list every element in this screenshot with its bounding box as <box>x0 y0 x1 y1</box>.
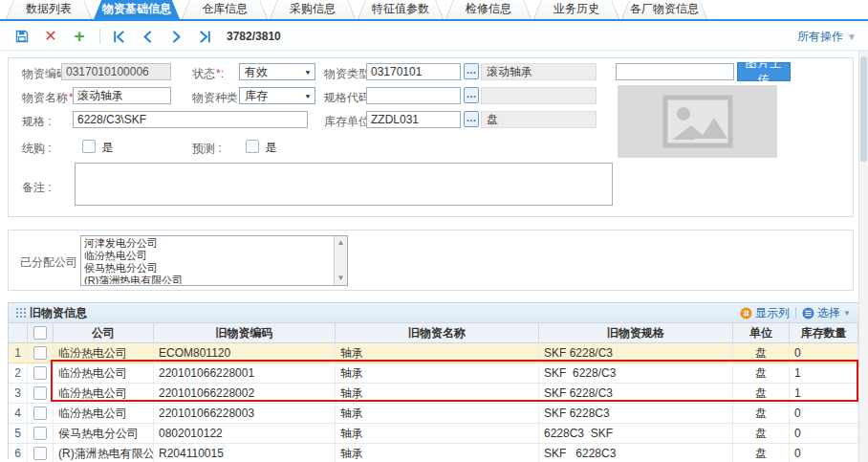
cell-company: 临汾热电公司 <box>54 343 154 363</box>
tab-6[interactable]: 业务历史 <box>533 0 619 19</box>
material-name-input[interactable] <box>73 87 171 104</box>
status-select[interactable]: 有效▼ <box>239 63 315 80</box>
chevron-down-icon: ▼ <box>304 92 312 99</box>
image-icon <box>662 95 733 148</box>
old-material-section: 旧物资信息 显示列 选择 ▼ 公司 旧物资编码 旧物资名称 旧物资规格 单位 库… <box>8 302 859 459</box>
cell-company: 临汾热电公司 <box>54 384 154 403</box>
table-row[interactable]: 4 临汾热电公司 220101066228003 轴承 SKF 6228C3 盘… <box>9 404 858 424</box>
table-row[interactable]: 1 临汾热电公司 ECOM801120 轴承 SKF 6228/C3 盘 0 <box>9 343 858 363</box>
row-number: 2 <box>9 363 28 383</box>
spec-input[interactable] <box>73 111 308 128</box>
image-placeholder <box>618 85 777 158</box>
assigned-companies-list[interactable]: 河津发电分公司 临汾热电公司 侯马热电分公司 (R)蒲洲热电有限公司 ▲ ▼ <box>80 235 348 286</box>
chevron-down-icon: ▼ <box>304 68 312 75</box>
scroll-down-icon[interactable]: ▼ <box>335 274 347 283</box>
row-checkbox[interactable] <box>33 366 47 380</box>
cell-old-code: 220101066228002 <box>154 384 336 403</box>
table-row[interactable]: 6 (R)蒲洲热电有限公司 R204110015 轴承 SKF 6228C3 盘… <box>9 444 858 462</box>
row-number: 1 <box>9 343 28 363</box>
row-number: 4 <box>9 404 28 423</box>
last-record-icon[interactable] <box>194 26 215 47</box>
stock-unit-lookup-button[interactable]: … <box>464 111 479 127</box>
spec-code-lookup-button[interactable]: … <box>464 87 479 103</box>
cell-old-spec: SKF 6228/C3 <box>539 384 733 403</box>
cell-company: (R)蒲洲热电有限公司 <box>54 444 154 462</box>
spec-label: 规格 : <box>22 114 52 130</box>
cell-old-name: 轴承 <box>336 363 539 383</box>
cell-unit: 盘 <box>733 384 790 403</box>
assigned-companies-scrollbar[interactable]: ▲ ▼ <box>334 236 347 285</box>
stock-unit-input[interactable] <box>366 111 461 128</box>
row-number: 5 <box>9 424 28 443</box>
forecast-label: 预测 : <box>192 141 222 157</box>
header-unit[interactable]: 单位 <box>733 323 790 342</box>
tab-4[interactable]: 特征值参数 <box>358 0 444 19</box>
cell-old-spec: SKF 6228/C3 <box>539 343 733 363</box>
tab-0[interactable]: 数据列表 <box>6 0 92 19</box>
spec-code-input[interactable] <box>366 87 461 104</box>
row-checkbox[interactable] <box>33 346 47 360</box>
header-old-code[interactable]: 旧物资编码 <box>154 323 336 342</box>
chevron-down-icon: ▼ <box>843 309 851 318</box>
vertical-scrollbar[interactable] <box>858 51 868 462</box>
material-type-lookup-button[interactable]: … <box>464 63 479 79</box>
material-code-input[interactable] <box>61 63 171 80</box>
header-checkbox-cell <box>28 323 54 342</box>
first-record-icon[interactable] <box>108 26 129 47</box>
row-checkbox[interactable] <box>33 427 47 440</box>
tab-5[interactable]: 检修信息 <box>445 0 532 19</box>
delete-icon[interactable]: ✕ <box>40 26 61 47</box>
row-checkbox-cell <box>28 363 54 383</box>
cell-old-name: 轴承 <box>336 444 539 462</box>
cell-old-code: 220101066228003 <box>154 404 336 423</box>
cell-company: 侯马热电分公司 <box>54 424 154 443</box>
table-row[interactable]: 3 临汾热电公司 220101066228002 轴承 SKF 6228/C3 … <box>9 384 858 404</box>
material-category-select[interactable]: 库存▼ <box>239 87 315 104</box>
show-columns-button[interactable]: 显示列 <box>740 305 790 321</box>
row-checkbox[interactable] <box>33 407 47 420</box>
cell-old-code: 220101066228001 <box>154 363 336 383</box>
table-row[interactable]: 5 侯马热电分公司 0802010122 轴承 6228C3 SKF 盘 0 <box>9 424 858 444</box>
all-operations-button[interactable]: 所有操作 ▼ <box>797 29 857 45</box>
tab-2[interactable]: 仓库信息 <box>182 0 268 19</box>
header-company[interactable]: 公司 <box>54 323 154 342</box>
header-old-name[interactable]: 旧物资名称 <box>336 323 539 342</box>
image-upload-button[interactable]: 图片上传 <box>737 62 791 81</box>
select-button[interactable]: 选择 ▼ <box>802 305 851 321</box>
prev-record-icon[interactable] <box>137 26 158 47</box>
old-material-title-bar: 旧物资信息 显示列 选择 ▼ <box>9 302 858 323</box>
tab-1[interactable]: 物资基础信息 <box>94 0 180 19</box>
next-record-icon[interactable] <box>165 26 186 47</box>
unified-purchase-checkbox[interactable] <box>82 140 96 153</box>
material-type-input[interactable] <box>366 63 461 80</box>
row-checkbox[interactable] <box>33 447 47 460</box>
header-row-number <box>9 323 28 342</box>
chevron-down-icon: ▼ <box>847 32 857 42</box>
scroll-up-icon[interactable]: ▲ <box>335 238 347 248</box>
row-checkbox-cell <box>28 424 54 443</box>
save-icon[interactable] <box>11 26 33 47</box>
cell-old-spec: SKF 6228C3 <box>539 444 733 462</box>
row-checkbox[interactable] <box>33 386 47 400</box>
tab-7[interactable]: 各厂物资信息 <box>621 0 707 19</box>
header-old-spec[interactable]: 旧物资规格 <box>539 323 733 342</box>
tab-3[interactable]: 采购信息 <box>270 0 356 19</box>
cell-qty: 0 <box>790 343 858 363</box>
table-row[interactable]: 2 临汾热电公司 220101066228001 轴承 SKF 6228/C3 … <box>9 363 858 384</box>
add-icon[interactable]: + <box>69 26 90 47</box>
cell-unit: 盘 <box>733 363 790 383</box>
forecast-checkbox[interactable] <box>246 140 259 153</box>
cell-old-spec: SKF 6228C3 <box>539 404 733 423</box>
old-material-table-body: 1 临汾热电公司 ECOM801120 轴承 SKF 6228/C3 盘 0 2… <box>9 343 858 462</box>
forecast-field: 是 <box>246 140 276 156</box>
tab-bar: 数据列表 物资基础信息 仓库信息 采购信息 特征值参数 检修信息 业务历史 各厂… <box>0 0 868 21</box>
drag-handle-icon[interactable] <box>16 308 18 310</box>
remark-textarea[interactable] <box>75 163 613 206</box>
scrollbar-thumb[interactable] <box>860 56 867 162</box>
image-upload-input[interactable] <box>616 63 734 80</box>
header-qty[interactable]: 库存数量 <box>790 323 858 342</box>
table-header-row: 公司 旧物资编码 旧物资名称 旧物资规格 单位 库存数量 <box>9 323 858 343</box>
row-number: 3 <box>9 384 28 403</box>
select-all-checkbox[interactable] <box>33 326 47 340</box>
cell-unit: 盘 <box>733 444 790 462</box>
